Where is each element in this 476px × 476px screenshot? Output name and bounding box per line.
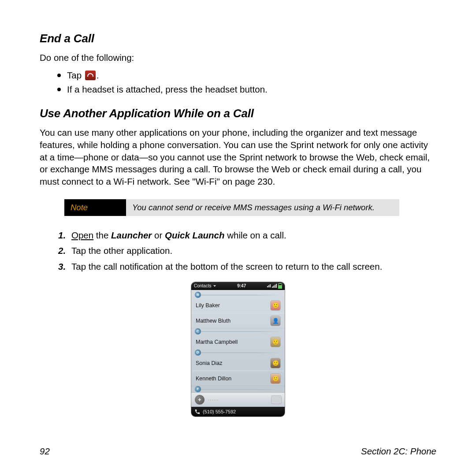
phone-screenshot: Contacts 9:47 B Lily Baker 🙂 Matthew Blu… <box>191 282 285 417</box>
keyboard-icon[interactable] <box>271 396 281 404</box>
step1-launcher: Launcher <box>111 230 152 240</box>
section-letter-f: F <box>195 386 281 392</box>
avatar: 🙂 <box>271 358 280 368</box>
contact-row[interactable]: Sonia Diaz 🙂 <box>191 356 285 371</box>
status-time: 9:47 <box>216 283 267 288</box>
step1-tail: while on a call. <box>225 230 286 240</box>
status-app-name[interactable]: Contacts <box>194 283 211 288</box>
battery-icon <box>278 283 282 289</box>
step1-the: the <box>93 230 111 240</box>
section-letter-b: B <box>195 292 281 298</box>
avatar: 🙂 <box>271 374 280 383</box>
letter-badge: C <box>195 328 201 335</box>
heading-end-a-call: End a Call <box>40 32 436 45</box>
letter-badge: F <box>195 386 201 392</box>
signal-icon <box>272 284 277 288</box>
avatar: 🙂 <box>271 301 280 310</box>
contact-name: Matthew Bluth <box>196 318 231 324</box>
note-label: Note <box>64 199 126 216</box>
letter-badge: D <box>195 350 201 356</box>
contact-name: Martha Campbell <box>196 339 238 345</box>
contact-row[interactable]: Kenneth Dillon 🙂 <box>191 371 285 386</box>
letter-badge: B <box>195 292 201 298</box>
step-1: Open the Launcher or Quick Launch while … <box>58 228 436 242</box>
call-notification[interactable]: (510) 555-7592 <box>191 407 285 416</box>
search-input[interactable]: ······ <box>208 397 268 402</box>
step1-open: Open <box>71 230 93 240</box>
step1-or: or <box>152 230 165 240</box>
end-call-intro: Do one of the following: <box>40 52 436 64</box>
bullet1-pre: Tap <box>67 70 84 80</box>
page-number: 92 <box>40 446 50 457</box>
contact-row[interactable]: Lily Baker 🙂 <box>191 298 285 313</box>
end-call-bullet-1: Tap . <box>57 68 436 83</box>
step-2: Tap the other application. <box>58 244 436 258</box>
section-letter-d: D <box>195 350 281 356</box>
status-bar: Contacts 9:47 <box>191 282 285 290</box>
note-text: You cannot send or receive MMS messages … <box>126 199 399 216</box>
end-call-bullet-2: If a headset is attached, press the head… <box>57 82 436 97</box>
section-letter-c: C <box>195 328 281 335</box>
avatar: 🙂 <box>271 337 280 347</box>
heading-use-another-app: Use Another Application While on a Call <box>40 107 436 120</box>
step1-quicklaunch: Quick Launch <box>165 230 225 240</box>
contact-name: Sonia Diaz <box>196 360 222 366</box>
bullet1-post: . <box>97 70 99 80</box>
end-call-icon <box>85 71 96 80</box>
phone-icon <box>195 409 200 414</box>
avatar: 👤 <box>271 316 280 326</box>
call-number: (510) 555-7592 <box>203 409 236 414</box>
contact-row[interactable]: Martha Campbell 🙂 <box>191 335 285 350</box>
contact-name: Kenneth Dillon <box>196 376 231 382</box>
add-contact-button[interactable]: + <box>195 395 205 405</box>
note-box: Note You cannot send or receive MMS mess… <box>64 199 399 216</box>
section-label: Section 2C: Phone <box>361 446 436 457</box>
use-another-app-para: You can use many other applications on y… <box>40 126 436 187</box>
step-3: Tap the call notification at the bottom … <box>58 260 436 274</box>
wifi-icon <box>267 284 271 287</box>
contact-name: Lily Baker <box>196 302 220 309</box>
contact-row[interactable]: Matthew Bluth 👤 <box>191 313 285 328</box>
contacts-list[interactable]: B Lily Baker 🙂 Matthew Bluth 👤 C Martha … <box>191 290 285 392</box>
contacts-toolbar: + ······ <box>191 392 285 407</box>
